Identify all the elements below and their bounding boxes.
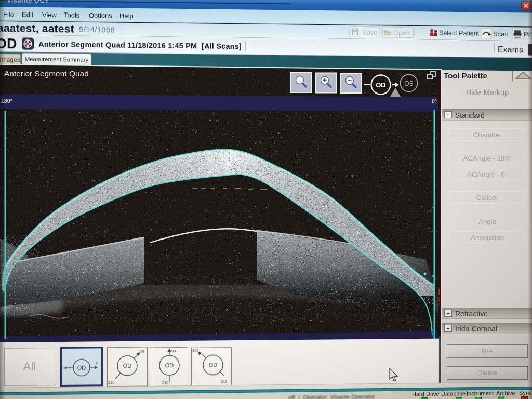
- svg-text:OD: OD: [123, 363, 132, 369]
- svg-text:0: 0: [96, 361, 98, 365]
- svg-text:90: 90: [171, 349, 176, 353]
- svg-text:180: 180: [62, 366, 69, 370]
- svg-text:OD: OD: [165, 362, 174, 368]
- svg-text:OD: OD: [77, 365, 86, 371]
- svg-text:180°: 180°: [1, 98, 12, 104]
- svg-text:135: 135: [192, 348, 199, 353]
- svg-text:0°: 0°: [432, 98, 437, 104]
- svg-text:OD: OD: [209, 362, 218, 368]
- svg-text:45: 45: [140, 349, 144, 354]
